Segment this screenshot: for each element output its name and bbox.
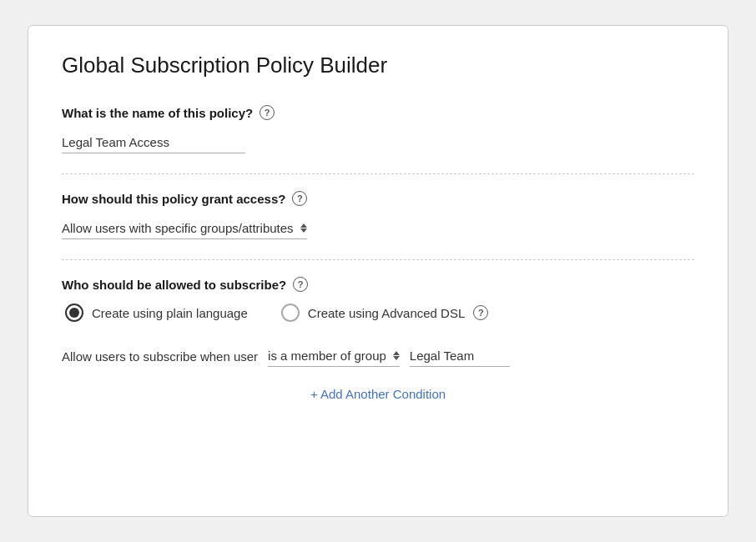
policy-name-section: What is the name of this policy? ? (62, 105, 694, 153)
radio-dsl-label: Create using Advanced DSL (308, 306, 465, 320)
add-condition-label: + Add Another Condition (310, 387, 446, 401)
policy-builder-card: Global Subscription Policy Builder What … (28, 25, 728, 517)
access-type-value: Allow users with specific groups/attribu… (62, 221, 294, 235)
radio-plain-language[interactable]: Create using plain language (65, 304, 248, 322)
grant-access-section: How should this policy grant access? ? A… (62, 191, 694, 239)
policy-name-label: What is the name of this policy? ? (62, 105, 694, 120)
condition-row: Allow users to subscribe when user is a … (62, 345, 694, 367)
subscribe-help-icon[interactable]: ? (293, 277, 308, 292)
radio-plain-circle (65, 304, 83, 322)
access-type-select[interactable]: Allow users with specific groups/attribu… (62, 218, 307, 239)
radio-advanced-dsl[interactable]: Create using Advanced DSL ? (281, 304, 488, 322)
add-condition-container: + Add Another Condition (62, 387, 694, 401)
radio-plain-inner (69, 308, 79, 318)
divider-1 (62, 173, 694, 174)
page-title: Global Subscription Policy Builder (62, 53, 694, 78)
policy-name-input[interactable] (62, 132, 245, 153)
grant-access-label: How should this policy grant access? ? (62, 191, 694, 206)
condition-type-select[interactable]: is a member of group (268, 345, 400, 367)
condition-type-value: is a member of group (268, 349, 386, 363)
condition-prefix: Allow users to subscribe when user (62, 349, 258, 364)
condition-group-input[interactable] (410, 345, 510, 367)
policy-name-help-icon[interactable]: ? (260, 105, 275, 120)
access-type-spinner-icon (300, 223, 307, 233)
grant-access-help-icon[interactable]: ? (292, 191, 307, 206)
radio-plain-label: Create using plain language (92, 306, 248, 320)
radio-group: Create using plain language Create using… (65, 304, 694, 322)
divider-2 (62, 259, 694, 260)
radio-dsl-help-icon[interactable]: ? (473, 305, 488, 320)
condition-type-spinner-icon (393, 351, 400, 360)
add-condition-button[interactable]: + Add Another Condition (310, 387, 446, 401)
radio-dsl-circle (281, 304, 300, 322)
subscribe-label: Who should be allowed to subscribe? ? (62, 277, 694, 292)
subscribe-section: Who should be allowed to subscribe? ? Cr… (62, 277, 694, 401)
